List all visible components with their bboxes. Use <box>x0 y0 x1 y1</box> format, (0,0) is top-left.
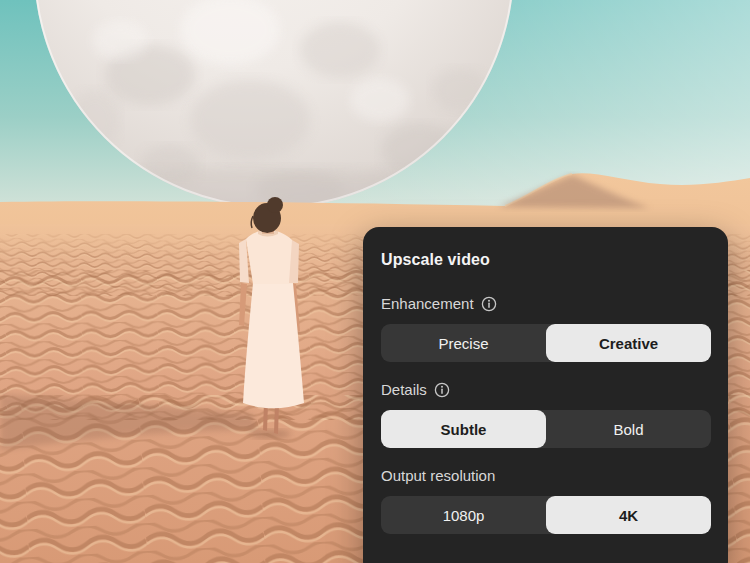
details-label: Details <box>381 382 711 398</box>
details-toggle: Subtle Bold <box>381 410 711 448</box>
upscale-video-panel: Upscale video Enhancement Precise Creati… <box>363 227 728 563</box>
4k-button[interactable]: 4K <box>546 496 711 534</box>
bold-button[interactable]: Bold <box>546 410 711 448</box>
app-window: Upscale video Enhancement Precise Creati… <box>0 0 750 563</box>
output-resolution-toggle: 1080p 4K <box>381 496 711 534</box>
enhancement-label-text: Enhancement <box>381 296 474 312</box>
1080p-button[interactable]: 1080p <box>381 496 546 534</box>
output-resolution-label-text: Output resolution <box>381 468 495 484</box>
details-label-text: Details <box>381 382 427 398</box>
subtle-button[interactable]: Subtle <box>381 410 546 448</box>
enhancement-toggle: Precise Creative <box>381 324 711 362</box>
info-circle-icon[interactable] <box>434 382 450 398</box>
info-circle-icon[interactable] <box>481 296 497 312</box>
output-resolution-label: Output resolution <box>381 468 711 484</box>
precise-button[interactable]: Precise <box>381 324 546 362</box>
creative-button[interactable]: Creative <box>546 324 711 362</box>
enhancement-label: Enhancement <box>381 296 711 312</box>
panel-title: Upscale video <box>381 251 711 269</box>
